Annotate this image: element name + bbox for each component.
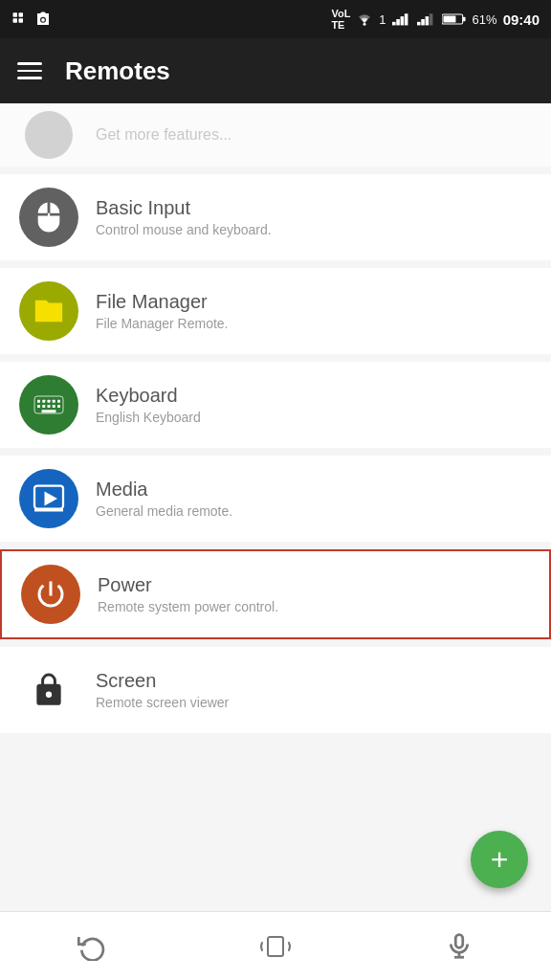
status-bar-left-icons — [11, 11, 52, 28]
time: 09:40 — [503, 11, 540, 28]
battery-percent: 61% — [473, 12, 497, 27]
basic-input-icon-circle — [19, 188, 78, 247]
mic-icon — [445, 932, 474, 961]
bottom-nav — [0, 911, 551, 980]
screen-title: Screen — [96, 670, 229, 692]
svg-rect-26 — [42, 405, 45, 408]
app-bar-title: Remotes — [65, 56, 170, 86]
list-item-power[interactable]: Power Remote system power control. — [0, 549, 551, 639]
play-icon — [32, 481, 66, 516]
svg-rect-21 — [42, 400, 45, 403]
power-icon-circle — [21, 565, 80, 624]
keyboard-desc: English Keyboard — [96, 410, 201, 425]
keyboard-icon-circle — [19, 375, 78, 434]
hamburger-menu-button[interactable] — [17, 62, 42, 79]
notification-icon — [11, 11, 29, 28]
svg-point-5 — [41, 18, 45, 22]
svg-rect-24 — [57, 400, 60, 403]
svg-rect-3 — [19, 18, 24, 23]
svg-rect-30 — [42, 410, 56, 412]
partial-item[interactable]: Get more features... — [0, 103, 551, 167]
refresh-button[interactable] — [54, 924, 130, 969]
mouse-icon — [33, 201, 65, 234]
status-bar: VoLTE 1 61% 09:40 — [0, 0, 551, 38]
svg-rect-20 — [37, 400, 40, 403]
file-manager-desc: File Manager Remote. — [96, 316, 229, 331]
basic-input-text: Basic Input Control mouse and keyboard. — [96, 197, 272, 237]
wifi-icon — [356, 12, 373, 26]
power-icon — [33, 577, 68, 612]
svg-rect-13 — [425, 16, 429, 25]
signal-bars2-icon — [417, 12, 436, 26]
keyboard-text: Keyboard English Keyboard — [96, 385, 201, 425]
file-manager-title: File Manager — [96, 291, 229, 313]
svg-rect-9 — [400, 16, 404, 25]
device-vibrate-icon — [258, 932, 293, 961]
list-item-basic-input[interactable]: Basic Input Control mouse and keyboard. — [0, 174, 551, 260]
list-scroll-area: Get more features... Basic Input Control… — [0, 103, 551, 911]
file-manager-icon-circle — [19, 281, 78, 341]
svg-rect-0 — [13, 12, 18, 17]
folder-icon — [33, 295, 65, 327]
keyboard-icon — [32, 388, 66, 422]
media-icon-circle — [19, 469, 78, 528]
svg-rect-22 — [48, 400, 51, 403]
svg-rect-16 — [462, 17, 465, 21]
svg-rect-14 — [429, 13, 432, 25]
items-list: Get more features... Basic Input Control… — [0, 103, 551, 911]
svg-rect-25 — [37, 405, 40, 408]
power-desc: Remote system power control. — [98, 599, 278, 614]
list-item-keyboard[interactable]: Keyboard English Keyboard — [0, 362, 551, 448]
media-title: Media — [96, 479, 232, 501]
status-bar-right: VoLTE 1 61% 09:40 — [331, 8, 540, 31]
battery-icon — [442, 12, 467, 26]
add-remote-fab[interactable]: + — [471, 831, 528, 888]
svg-rect-28 — [53, 405, 55, 408]
svg-rect-1 — [19, 12, 24, 17]
basic-input-title: Basic Input — [96, 197, 272, 219]
refresh-icon — [77, 932, 106, 961]
screen-desc: Remote screen viewer — [96, 695, 229, 710]
lock-icon — [31, 672, 67, 708]
volte-indicator: VoLTE — [331, 8, 350, 31]
device-button[interactable] — [237, 924, 314, 969]
svg-rect-23 — [53, 400, 55, 403]
media-text: Media General media remote. — [96, 479, 232, 519]
keyboard-title: Keyboard — [96, 385, 201, 407]
power-text: Power Remote system power control. — [98, 574, 278, 614]
svg-rect-2 — [13, 18, 18, 23]
screenshot-icon — [34, 11, 52, 28]
power-title: Power — [98, 574, 278, 596]
app-bar: Remotes — [0, 38, 551, 103]
svg-point-6 — [364, 23, 366, 26]
svg-rect-17 — [443, 15, 455, 22]
partial-item-text: Get more features... — [96, 126, 231, 144]
list-item-file-manager[interactable]: File Manager File Manager Remote. — [0, 268, 551, 354]
svg-rect-40 — [455, 934, 463, 947]
screen-text: Screen Remote screen viewer — [96, 670, 229, 710]
media-desc: General media remote. — [96, 503, 232, 519]
svg-rect-12 — [421, 19, 425, 25]
list-item-screen[interactable]: Screen Remote screen viewer — [0, 647, 551, 733]
signal-bars-icon — [392, 12, 411, 26]
basic-input-desc: Control mouse and keyboard. — [96, 222, 272, 237]
svg-rect-39 — [268, 937, 283, 956]
svg-rect-27 — [48, 405, 51, 408]
partial-item-label: Get more features... — [96, 126, 231, 144]
list-item-media[interactable]: Media General media remote. — [0, 456, 551, 542]
svg-rect-8 — [396, 19, 400, 25]
svg-rect-11 — [417, 22, 421, 26]
svg-rect-10 — [404, 13, 408, 25]
svg-rect-29 — [57, 405, 60, 408]
sim-indicator: 1 — [379, 12, 386, 27]
mic-button[interactable] — [421, 924, 497, 969]
screen-icon-circle — [19, 660, 78, 720]
svg-rect-7 — [392, 22, 396, 26]
file-manager-text: File Manager File Manager Remote. — [96, 291, 229, 331]
